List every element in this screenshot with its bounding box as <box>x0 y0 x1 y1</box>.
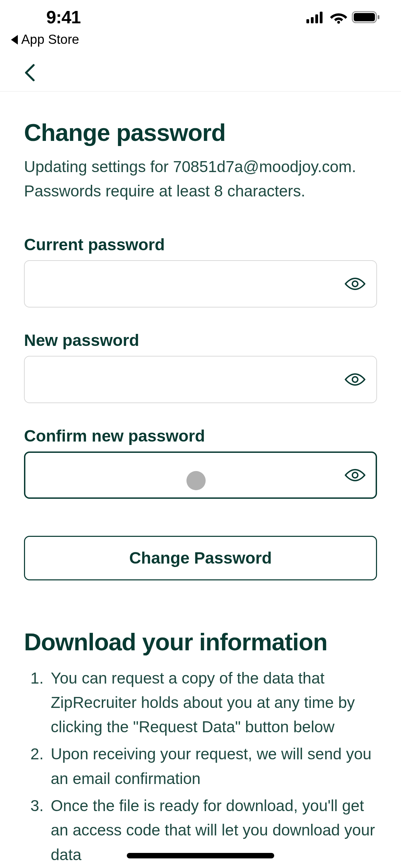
input-wrapper-confirm <box>24 451 377 499</box>
label-new-password: New password <box>24 331 377 350</box>
input-wrapper-current <box>24 260 377 308</box>
current-password-input[interactable] <box>24 260 377 308</box>
list-item: Upon receiving your request, we will sen… <box>48 742 377 791</box>
svg-rect-2 <box>315 14 318 23</box>
svg-rect-6 <box>354 13 375 21</box>
page-title: Change password <box>24 119 377 146</box>
new-password-input[interactable] <box>24 356 377 403</box>
status-icons <box>306 10 380 24</box>
back-triangle-icon <box>11 35 18 45</box>
svg-rect-1 <box>311 17 314 23</box>
toggle-visibility-new[interactable] <box>344 371 366 388</box>
nav-bar <box>0 54 401 92</box>
svg-rect-3 <box>320 12 323 23</box>
input-wrapper-new <box>24 356 377 403</box>
svg-point-4 <box>337 21 340 24</box>
download-title: Download your information <box>24 628 377 656</box>
chevron-left-icon <box>21 62 41 83</box>
main-content: Change password Updating settings for 70… <box>0 92 401 867</box>
svg-rect-7 <box>378 15 379 19</box>
back-to-app-row[interactable]: App Store <box>0 32 401 47</box>
download-steps-list: You can request a copy of the data that … <box>24 666 377 867</box>
change-password-button[interactable]: Change Password <box>24 536 377 580</box>
field-new-password: New password <box>24 331 377 403</box>
back-app-label: App Store <box>21 32 79 47</box>
svg-point-8 <box>352 281 358 287</box>
field-confirm-password: Confirm new password <box>24 426 377 499</box>
list-item: You can request a copy of the data that … <box>48 666 377 739</box>
confirm-password-input[interactable] <box>24 451 377 499</box>
toggle-visibility-current[interactable] <box>344 276 366 292</box>
eye-icon <box>344 276 366 291</box>
status-time: 9:41 <box>46 7 81 27</box>
svg-rect-0 <box>306 19 309 23</box>
label-confirm-password: Confirm new password <box>24 426 377 445</box>
field-current-password: Current password <box>24 235 377 308</box>
page-subtitle: Updating settings for 70851d7a@moodjoy.c… <box>24 155 377 204</box>
wifi-icon <box>330 11 348 24</box>
status-bar: 9:41 <box>0 0 401 34</box>
home-indicator[interactable] <box>127 853 274 858</box>
download-section: Download your information You can reques… <box>24 628 377 867</box>
eye-icon <box>344 468 366 483</box>
label-current-password: Current password <box>24 235 377 254</box>
cellular-icon <box>306 11 326 23</box>
battery-icon <box>352 10 380 24</box>
toggle-visibility-confirm[interactable] <box>344 467 366 483</box>
svg-point-10 <box>352 472 358 478</box>
eye-icon <box>344 372 366 387</box>
svg-point-9 <box>352 377 358 382</box>
back-button[interactable] <box>21 62 41 83</box>
